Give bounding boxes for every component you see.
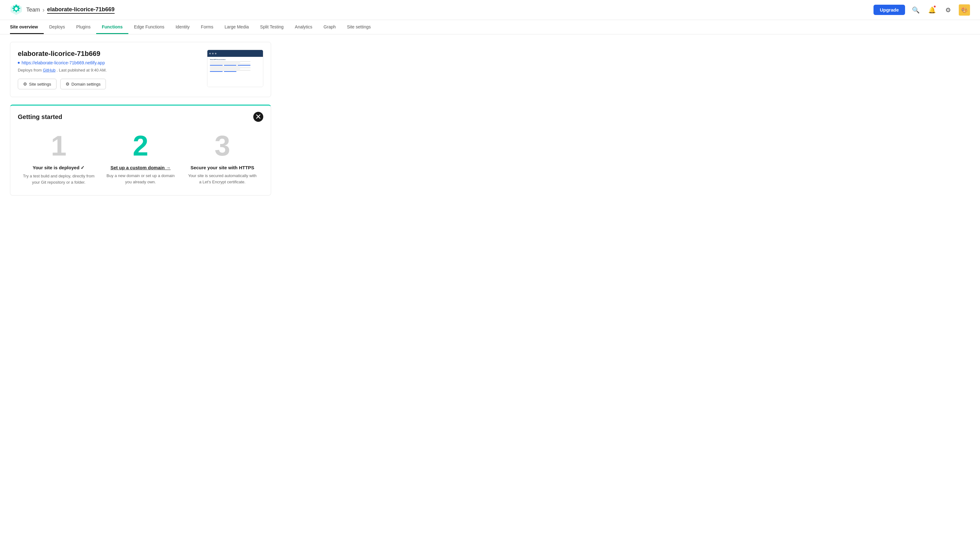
nav-plugins[interactable]: Plugins	[71, 20, 96, 34]
gear-icon-domain: ⚙	[66, 82, 70, 87]
deploys-from-text: Deploys from	[18, 68, 42, 72]
nav-analytics[interactable]: Analytics	[289, 20, 318, 34]
url-dot	[18, 62, 20, 64]
site-url-link[interactable]: https://elaborate-licorice-71b669.netlif…	[22, 60, 105, 65]
avatar-icon: 🎨	[961, 7, 968, 13]
settings-button[interactable]: ⚙	[943, 4, 954, 16]
getting-started-close-button[interactable]: ✕	[253, 112, 263, 122]
nav-site-settings[interactable]: Site settings	[341, 20, 376, 34]
getting-started-header: Getting started ✕	[10, 105, 271, 127]
site-info: elaborate-licorice-71b669 https://elabor…	[18, 50, 200, 89]
svg-point-1	[15, 7, 18, 10]
step-1-title: Your site is deployed ✓	[23, 165, 95, 170]
step-3-number: 3	[186, 132, 258, 160]
domain-settings-label: Domain settings	[72, 82, 101, 87]
nav-site-overview[interactable]: Site overview	[10, 20, 44, 34]
site-meta: Deploys from GitHub . Last published at …	[18, 68, 200, 72]
preview-content: Taland API Documentation	[207, 57, 263, 74]
breadcrumb-separator: ›	[42, 6, 45, 13]
gear-icon: ⚙	[945, 6, 951, 14]
netlify-logo	[10, 3, 22, 17]
site-title: elaborate-licorice-71b669	[18, 50, 200, 58]
site-settings-label: Site settings	[29, 82, 51, 87]
nav-functions[interactable]: Functions	[96, 20, 128, 34]
domain-settings-button[interactable]: ⚙ Domain settings	[60, 79, 106, 89]
step-3-desc: Your site is secured automatically with …	[186, 173, 258, 185]
site-settings-button[interactable]: ⚙ Site settings	[18, 79, 57, 89]
getting-started-card: Getting started ✕ 1 Your site is deploye…	[10, 105, 271, 195]
site-actions: ⚙ Site settings ⚙ Domain settings	[18, 79, 200, 89]
nav-split-testing[interactable]: Split Testing	[255, 20, 289, 34]
step-3: 3 Secure your site with HTTPS Your site …	[181, 132, 263, 185]
preview-header-bar	[207, 50, 263, 57]
site-name-breadcrumb[interactable]: elaborate-licorice-71b669	[47, 6, 115, 14]
nav-edge-functions[interactable]: Edge Functions	[128, 20, 170, 34]
search-button[interactable]: 🔍	[910, 4, 921, 16]
notification-badge	[933, 5, 936, 8]
gear-icon-settings: ⚙	[23, 82, 27, 87]
notifications-wrap: 🔔	[926, 4, 938, 16]
step-1-number: 1	[23, 132, 95, 160]
getting-started-title: Getting started	[18, 113, 62, 120]
step-2-title: Set up a custom domain →	[105, 165, 176, 170]
step-3-title: Secure your site with HTTPS	[186, 165, 258, 170]
step-2: 2 Set up a custom domain → Buy a new dom…	[100, 132, 181, 185]
app-header: Team › elaborate-licorice-71b669 Upgrade…	[0, 0, 980, 20]
site-preview: Taland API Documentation	[207, 50, 263, 87]
step-2-number: 2	[105, 132, 176, 160]
nav-large-media[interactable]: Large Media	[219, 20, 255, 34]
step-1: 1 Your site is deployed ✓ Try a test bui…	[18, 132, 100, 185]
search-icon: 🔍	[912, 6, 920, 14]
meta-suffix: . Last published at 9:40 AM.	[57, 68, 106, 72]
nav-deploys[interactable]: Deploys	[44, 20, 71, 34]
avatar[interactable]: 🎨	[959, 4, 970, 16]
main-content: elaborate-licorice-71b669 https://elabor…	[0, 34, 281, 203]
main-nav: Site overview Deploys Plugins Functions …	[0, 20, 980, 34]
getting-started-steps: 1 Your site is deployed ✓ Try a test bui…	[10, 127, 271, 195]
custom-domain-link[interactable]: Set up a custom domain →	[111, 165, 171, 170]
github-link[interactable]: GitHub	[43, 68, 55, 72]
nav-identity[interactable]: Identity	[170, 20, 195, 34]
upgrade-button[interactable]: Upgrade	[874, 5, 905, 15]
nav-graph[interactable]: Graph	[318, 20, 341, 34]
nav-forms[interactable]: Forms	[195, 20, 219, 34]
step-1-desc: Try a test build and deploy, directly fr…	[23, 173, 95, 185]
close-icon: ✕	[255, 112, 261, 121]
breadcrumb: Team › elaborate-licorice-71b669	[26, 6, 115, 14]
site-card: elaborate-licorice-71b669 https://elabor…	[10, 42, 271, 97]
step-2-desc: Buy a new domain or set up a domain you …	[105, 173, 176, 185]
header-actions: Upgrade 🔍 🔔 ⚙ 🎨	[874, 4, 970, 16]
team-label[interactable]: Team	[26, 7, 40, 13]
preview-mock: Taland API Documentation	[207, 50, 263, 87]
site-url-row: https://elaborate-licorice-71b669.netlif…	[18, 60, 200, 65]
